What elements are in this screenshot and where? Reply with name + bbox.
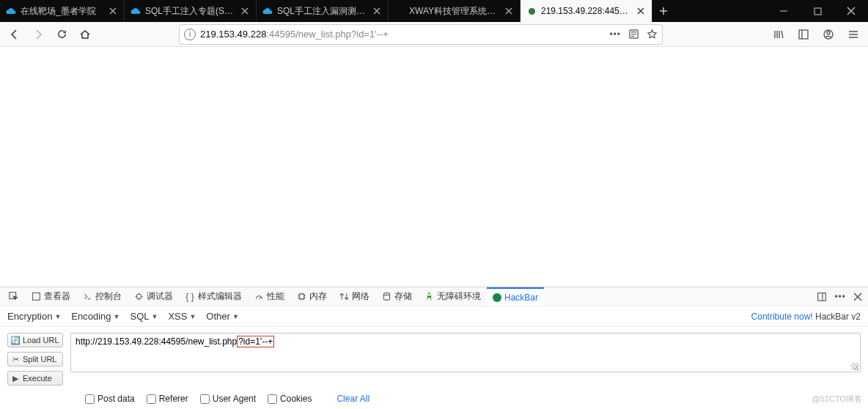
hackbar-execute-button[interactable]: ▶Execute <box>7 371 63 386</box>
reload-button[interactable] <box>51 24 72 45</box>
meatball-icon[interactable]: ••• <box>834 292 846 302</box>
window-controls <box>767 0 868 22</box>
home-button[interactable] <box>75 24 95 45</box>
devtools-tab-memory[interactable]: 内存 <box>290 287 333 306</box>
load-icon: 🔄 <box>11 336 20 344</box>
play-icon: ▶ <box>11 374 20 383</box>
devtools-tab-performance[interactable]: 性能 <box>248 287 290 306</box>
star-icon[interactable] <box>647 29 658 40</box>
devtools-panel: 查看器 控制台 调试器 { }样式编辑器 性能 内存 网络 存储 无障碍环境 H… <box>0 287 868 409</box>
hackbar-menu-sql[interactable]: SQL▼ <box>130 311 158 322</box>
close-icon[interactable] <box>853 292 862 301</box>
tab-4[interactable]: 219.153.49.228:44595/new_list.p <box>521 0 652 22</box>
svg-point-4 <box>827 32 830 34</box>
reader-icon[interactable] <box>628 29 639 40</box>
library-icon[interactable] <box>768 24 789 45</box>
hackbar-opt-postdata[interactable]: Post data <box>85 394 135 404</box>
hackbar-menu-encoding[interactable]: Encoding▼ <box>71 311 119 322</box>
maximize-button[interactable] <box>801 0 834 22</box>
hackbar-options-row: Post data Referer User Agent Cookies Cle… <box>0 390 868 409</box>
close-window-button[interactable] <box>834 0 868 22</box>
svg-point-10 <box>428 292 430 294</box>
hackbar-menu-other[interactable]: Other▼ <box>206 311 238 322</box>
dot-favicon <box>526 6 537 16</box>
cloud-icon <box>130 6 141 16</box>
devtools-tab-network[interactable]: 网络 <box>333 287 375 306</box>
resize-grip-icon[interactable] <box>851 363 858 370</box>
devtools-pick-element[interactable] <box>3 287 25 306</box>
account-icon[interactable] <box>818 24 839 45</box>
devtools-dock-icon[interactable] <box>817 292 827 302</box>
hackbar-opt-cookies[interactable]: Cookies <box>268 394 312 404</box>
devtools-tab-console[interactable]: 控制台 <box>76 287 128 306</box>
svg-rect-11 <box>818 292 826 301</box>
devtools-tab-debugger[interactable]: 调试器 <box>128 287 179 306</box>
tab-title: 219.153.49.228:44595/new_list.p <box>541 6 631 16</box>
hackbar-brand: HackBar v2 <box>815 312 861 322</box>
tab-0[interactable]: 在线靶场_墨者学院 <box>0 0 125 22</box>
close-icon[interactable] <box>372 6 382 16</box>
sidebar-icon[interactable] <box>793 24 814 45</box>
minimize-button[interactable] <box>767 0 801 22</box>
svg-rect-2 <box>799 30 808 39</box>
hackbar-menu-encryption[interactable]: Encryption▼ <box>7 311 61 322</box>
browser-tab-strip: 在线靶场_墨者学院 SQL手工注入专题(SQL Injecti SQL手工注入漏… <box>0 0 868 22</box>
url-host: 219.153.49.228 <box>200 29 266 40</box>
devtools-tab-storage[interactable]: 存储 <box>375 287 418 306</box>
devtools-tab-inspector[interactable]: 查看器 <box>25 287 76 306</box>
new-tab-button[interactable] <box>652 0 674 22</box>
tab-title: SQL手工注入漏洞测试(MySQL <box>277 5 367 18</box>
cloud-icon <box>6 6 16 16</box>
close-icon[interactable] <box>108 6 118 16</box>
app-menu-icon[interactable] <box>843 24 864 45</box>
back-button[interactable] <box>4 24 25 45</box>
blank-favicon <box>394 6 405 16</box>
tab-title: XWAY科技管理系统V3.0 <box>409 5 499 18</box>
site-identity-icon[interactable]: i <box>184 29 196 40</box>
svg-point-7 <box>136 294 141 299</box>
close-icon[interactable] <box>504 6 514 16</box>
svg-rect-8 <box>299 294 304 299</box>
close-icon[interactable] <box>240 6 250 16</box>
devtools-tab-style[interactable]: { }样式编辑器 <box>179 287 248 306</box>
navigation-toolbar: i 219.153.49.228:44595/new_list.php?id=1… <box>0 22 868 47</box>
hackbar-opt-referer[interactable]: Referer <box>147 394 188 404</box>
svg-rect-6 <box>32 293 40 301</box>
page-content <box>0 47 868 287</box>
forward-button[interactable] <box>28 24 48 45</box>
svg-point-9 <box>383 293 389 295</box>
watermark-text: @51CTO博客 <box>812 394 862 405</box>
devtools-tab-hackbar[interactable]: HackBar <box>487 287 544 306</box>
hackbar-opt-useragent[interactable]: User Agent <box>200 394 256 404</box>
devtools-tabstrip: 查看器 控制台 调试器 { }样式编辑器 性能 内存 网络 存储 无障碍环境 H… <box>0 287 868 306</box>
hackbar-url-input[interactable]: http://219.153.49.228:44595/new_list.php… <box>70 333 861 372</box>
hackbar-url-prefix: http://219.153.49.228:44595/new_list.php <box>76 336 237 347</box>
hackbar-body: 🔄Load URL ✂Split URL ▶Execute http://219… <box>0 327 868 390</box>
split-icon: ✂ <box>11 355 20 364</box>
hackbar-dot-icon <box>493 293 501 302</box>
cloud-icon <box>262 6 273 16</box>
meatball-icon[interactable]: ••• <box>609 29 621 40</box>
tab-title: 在线靶场_墨者学院 <box>21 5 103 18</box>
tab-2[interactable]: SQL手工注入漏洞测试(MySQL <box>257 0 389 22</box>
url-text[interactable]: 219.153.49.228:44595/new_list.php?id=1'-… <box>200 29 605 40</box>
svg-rect-0 <box>814 8 821 15</box>
close-icon[interactable] <box>636 6 646 16</box>
tab-3[interactable]: XWAY科技管理系统V3.0 <box>389 0 521 22</box>
hackbar-clear-all[interactable]: Clear All <box>336 394 369 404</box>
hackbar-url-highlight: ?id=1'--+ <box>237 336 274 347</box>
hackbar-toolbar: Encryption▼ Encoding▼ SQL▼ XSS▼ Other▼ C… <box>0 306 868 327</box>
devtools-tab-accessibility[interactable]: 无障碍环境 <box>418 287 487 306</box>
hackbar-split-url-button[interactable]: ✂Split URL <box>7 352 63 366</box>
hackbar-menu-xss[interactable]: XSS▼ <box>168 311 196 322</box>
hackbar-load-url-button[interactable]: 🔄Load URL <box>7 333 63 347</box>
tab-title: SQL手工注入专题(SQL Injecti <box>145 5 235 18</box>
tab-1[interactable]: SQL手工注入专题(SQL Injecti <box>125 0 257 22</box>
hackbar-contribute-link[interactable]: Contribute now! <box>751 312 813 322</box>
url-path: :44595/new_list.php?id=1'--+ <box>266 29 389 40</box>
url-bar[interactable]: i 219.153.49.228:44595/new_list.php?id=1… <box>179 24 663 45</box>
